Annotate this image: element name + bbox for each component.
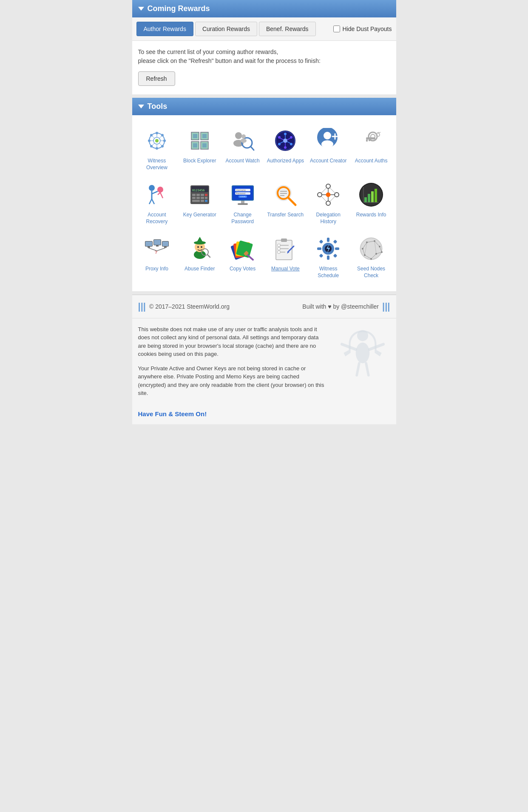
hide-dust-container: Hide Dust Payouts (333, 26, 392, 32)
svg-rect-72 (192, 194, 196, 196)
tool-authorized-apps[interactable]: Authorized Apps (264, 122, 307, 176)
tool-seed-nodes-check[interactable]: Seed Nodes Check (350, 230, 393, 284)
tool-key-generator[interactable]: 0123456 Key Generator (178, 176, 221, 230)
svg-line-68 (160, 193, 163, 198)
tool-transfer-search[interactable]: Transfer Search (264, 176, 307, 230)
svg-line-65 (152, 199, 154, 204)
svg-rect-24 (193, 143, 197, 148)
svg-rect-73 (196, 194, 200, 196)
tool-witness-overview[interactable]: Witness Overview (136, 122, 179, 176)
manual-vote-label: Manual Vote (271, 266, 300, 273)
svg-text:0123456: 0123456 (192, 189, 205, 192)
tool-account-recovery[interactable]: Account Recovery (136, 176, 179, 230)
account-auths-icon (358, 127, 385, 154)
svg-line-110 (321, 196, 326, 202)
svg-point-31 (241, 134, 246, 139)
copyright-text: © 2017–2021 SteemWorld.org (149, 303, 230, 310)
tabs-row: Author Rewards Curation Rewards Benef. R… (132, 17, 396, 41)
account-creator-label: Account Creator (310, 158, 347, 165)
svg-rect-76 (192, 197, 196, 199)
hide-dust-checkbox[interactable] (333, 26, 340, 32)
svg-line-16 (159, 136, 162, 138)
witness-overview-label: Witness Overview (137, 158, 177, 171)
svg-rect-92 (238, 203, 248, 205)
svg-line-192 (366, 363, 369, 375)
svg-rect-115 (368, 194, 370, 202)
transfer-search-label: Transfer Search (267, 212, 304, 219)
tool-manual-vote[interactable]: Manual Vote (264, 230, 307, 284)
svg-rect-74 (201, 194, 204, 196)
tab-benef-rewards[interactable]: Benef. Rewards (259, 22, 316, 36)
svg-line-131 (157, 248, 165, 251)
tool-account-watch[interactable]: Account Watch (221, 122, 264, 176)
svg-point-38 (284, 146, 287, 149)
svg-rect-23 (193, 134, 197, 138)
svg-line-60 (379, 132, 380, 133)
svg-line-191 (357, 363, 359, 375)
block-explorer-icon (186, 127, 213, 154)
tool-account-auths[interactable]: Account Auths (350, 122, 393, 176)
svg-line-109 (330, 188, 335, 193)
tool-account-creator[interactable]: Account Creator (307, 122, 350, 176)
svg-line-95 (289, 198, 295, 205)
svg-rect-55 (366, 137, 375, 139)
svg-point-187 (357, 330, 368, 341)
svg-line-18 (159, 143, 162, 145)
tool-copy-votes[interactable]: Copy Votes (221, 230, 264, 284)
svg-rect-79 (205, 197, 207, 199)
tools-grid: Witness Overview Block Explorer (132, 115, 396, 291)
refresh-button[interactable]: Refresh (138, 71, 175, 86)
delegation-history-icon (315, 181, 342, 208)
svg-rect-152 (278, 247, 280, 250)
svg-line-64 (149, 199, 152, 204)
svg-rect-160 (317, 247, 321, 250)
svg-point-50 (321, 140, 333, 148)
account-recovery-icon (143, 181, 170, 208)
tab-curation-rewards[interactable]: Curation Rewards (195, 22, 257, 36)
svg-rect-114 (364, 197, 367, 202)
tool-rewards-info[interactable]: Rewards Info (350, 176, 393, 230)
footer-body: This website does not make use of any us… (132, 318, 396, 410)
tab-author-rewards[interactable]: Author Rewards (136, 22, 193, 36)
block-explorer-label: Block Explorer (183, 158, 216, 165)
svg-line-111 (330, 196, 335, 202)
key-generator-icon: 0123456 (186, 181, 213, 208)
coming-rewards-title: Coming Rewards (148, 4, 210, 13)
svg-rect-162 (319, 240, 324, 244)
svg-rect-75 (205, 194, 207, 196)
footer-cta[interactable]: Have Fun & Steem On! (132, 410, 396, 424)
svg-rect-128 (164, 247, 167, 248)
steem-logo-left: ||| (138, 301, 146, 312)
svg-point-102 (335, 193, 339, 197)
svg-rect-117 (375, 189, 377, 202)
copy-votes-icon (229, 235, 256, 262)
built-with-text: Built with ♥ by @steemchiller (302, 303, 379, 310)
rewards-info-label: Rewards Info (356, 212, 386, 219)
svg-rect-77 (196, 197, 200, 199)
svg-point-188 (355, 342, 369, 363)
tools-title: Tools (148, 102, 167, 111)
svg-rect-26 (202, 143, 207, 148)
tool-change-password[interactable]: Username Password LOGIN Change Password (221, 176, 264, 230)
tool-delegation-history[interactable]: Delegation History (307, 176, 350, 230)
svg-point-101 (326, 201, 330, 205)
chevron-down-icon (138, 105, 144, 108)
tool-block-explorer[interactable]: Block Explorer (178, 122, 221, 176)
footer-figure (335, 325, 390, 382)
svg-rect-91 (241, 201, 244, 203)
footer-top: ||| © 2017–2021 SteemWorld.org Built wit… (132, 295, 396, 318)
rewards-content: To see the current list of your coming a… (132, 41, 396, 94)
tool-proxy-info[interactable]: ? Proxy Info (136, 230, 179, 284)
svg-point-139 (201, 246, 202, 248)
tools-section: Tools (132, 98, 396, 291)
transfer-search-icon (272, 181, 299, 208)
seed-nodes-check-label: Seed Nodes Check (352, 266, 391, 279)
tools-header: Tools (132, 98, 396, 115)
svg-rect-161 (335, 247, 339, 250)
svg-text:LOGIN: LOGIN (240, 196, 246, 198)
svg-rect-82 (205, 200, 207, 202)
tool-witness-schedule[interactable]: Witness Schedule (307, 230, 350, 284)
tool-abuse-finder[interactable]: Abuse Finder (178, 230, 221, 284)
svg-point-41 (283, 139, 287, 143)
witness-overview-icon (143, 127, 170, 154)
